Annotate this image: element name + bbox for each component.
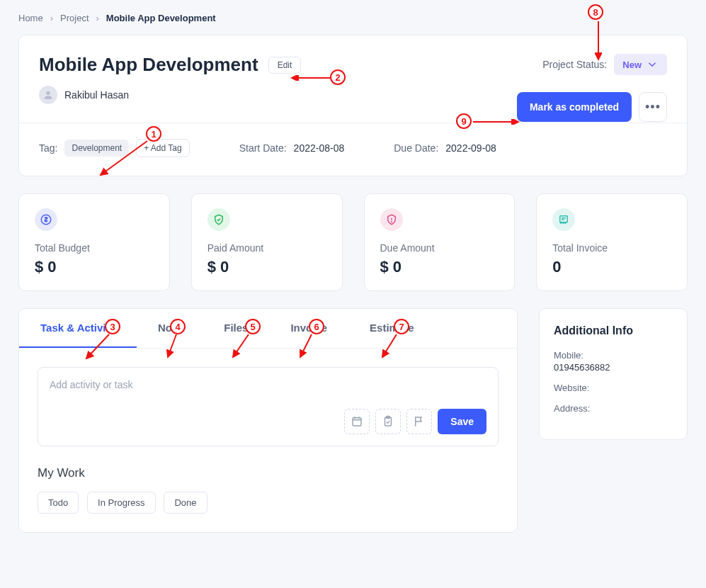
project-status-value: New xyxy=(622,60,642,70)
stat-invoice-label: Total Invoice xyxy=(552,242,671,254)
calendar-icon xyxy=(351,415,363,428)
stat-budget-label: Total Budget xyxy=(35,242,154,254)
additional-info-title: Additional Info xyxy=(554,324,673,337)
stat-paid-value: $ 0 xyxy=(207,258,326,276)
mark-completed-button[interactable]: Mark as completed xyxy=(517,92,632,122)
flag-icon xyxy=(413,415,426,428)
annotation-9: 9 xyxy=(456,113,472,129)
tag-label: Tag: xyxy=(39,142,57,154)
annotation-6: 6 xyxy=(309,319,324,334)
shield-alert-icon xyxy=(380,208,403,231)
start-date-label: Start Date: xyxy=(239,142,287,154)
filter-todo[interactable]: Todo xyxy=(38,492,79,514)
filter-done[interactable]: Done xyxy=(164,492,207,514)
stat-budget-value: $ 0 xyxy=(35,258,154,276)
breadcrumb-current: Mobile App Development xyxy=(106,13,216,23)
tab-estimate[interactable]: Estimate xyxy=(348,309,435,348)
project-status-dropdown[interactable]: New xyxy=(614,54,667,75)
annotation-1: 1 xyxy=(146,126,161,142)
stat-total-budget: Total Budget $ 0 xyxy=(18,193,170,291)
tabs-card: Task & Activity Note Files Invoice Estim… xyxy=(18,308,518,533)
project-header-card: Mobile App Development Edit Project Stat… xyxy=(18,35,688,176)
avatar xyxy=(39,86,57,104)
annotation-8: 8 xyxy=(588,4,603,20)
tag-chip-development[interactable]: Development xyxy=(64,140,129,157)
receipt-icon xyxy=(552,208,575,231)
flag-button[interactable] xyxy=(406,409,432,434)
due-date-label: Due Date: xyxy=(394,142,438,154)
address-label: Address: xyxy=(554,403,673,414)
breadcrumb-home[interactable]: Home xyxy=(18,13,43,23)
mobile-value: 01945636882 xyxy=(554,362,673,373)
shield-check-icon xyxy=(207,208,230,231)
svg-point-3 xyxy=(391,222,392,222)
my-work-title: My Work xyxy=(38,466,499,480)
stat-due-label: Due Amount xyxy=(380,242,499,254)
annotation-3: 3 xyxy=(105,319,120,334)
stat-paid-amount: Paid Amount $ 0 xyxy=(191,193,343,291)
tabs-header: Task & Activity Note Files Invoice Estim… xyxy=(19,309,517,349)
more-actions-button[interactable]: ••• xyxy=(639,92,667,122)
mobile-label: Mobile: xyxy=(554,350,673,361)
dollar-icon xyxy=(35,208,57,231)
tag-group: Tag: Development + Add Tag xyxy=(39,139,190,157)
website-label: Website: xyxy=(554,383,673,393)
project-status-label: Project Status: xyxy=(542,59,607,70)
annotation-7: 7 xyxy=(394,319,409,334)
page-title: Mobile App Development xyxy=(39,54,258,76)
clipboard-check-icon xyxy=(382,415,394,428)
checklist-button[interactable] xyxy=(375,409,401,434)
add-tag-button[interactable]: + Add Tag xyxy=(136,139,190,157)
additional-info-card: Additional Info Mobile: 01945636882 Webs… xyxy=(539,308,688,440)
due-date-group: Due Date: 2022-09-08 xyxy=(394,142,496,154)
edit-button[interactable]: Edit xyxy=(268,57,302,74)
stat-invoice-value: 0 xyxy=(552,258,671,276)
stat-total-invoice: Total Invoice 0 xyxy=(536,193,688,291)
svg-point-0 xyxy=(46,91,50,95)
breadcrumb-project[interactable]: Project xyxy=(60,13,89,23)
chevron-right-icon: › xyxy=(96,13,99,23)
calendar-button[interactable] xyxy=(344,409,370,434)
stats-row: Total Budget $ 0 Paid Amount $ 0 Due Amo… xyxy=(18,193,688,291)
annotation-4: 4 xyxy=(170,319,186,334)
chevron-down-icon xyxy=(646,58,659,71)
annotation-5: 5 xyxy=(245,319,261,334)
stat-due-amount: Due Amount $ 0 xyxy=(364,193,516,291)
save-button[interactable]: Save xyxy=(438,409,486,434)
breadcrumb: Home › Project › Mobile App Development xyxy=(18,13,688,23)
start-date-group: Start Date: 2022-08-08 xyxy=(239,142,345,154)
filter-in-progress[interactable]: In Progress xyxy=(87,492,155,514)
activity-input[interactable]: Add activity or task Save xyxy=(38,367,499,446)
svg-rect-7 xyxy=(353,418,361,426)
author-name: Rakibul Hasan xyxy=(64,89,129,101)
mywork-filters: Todo In Progress Done xyxy=(38,492,499,514)
stat-paid-label: Paid Amount xyxy=(207,242,326,254)
due-date-value: 2022-09-08 xyxy=(445,142,496,154)
ellipsis-icon: ••• xyxy=(645,100,661,115)
stat-due-value: $ 0 xyxy=(380,258,499,276)
annotation-2: 2 xyxy=(330,69,346,85)
start-date-value: 2022-08-08 xyxy=(294,142,345,154)
chevron-right-icon: › xyxy=(50,13,53,23)
activity-placeholder: Add activity or task xyxy=(50,379,486,390)
